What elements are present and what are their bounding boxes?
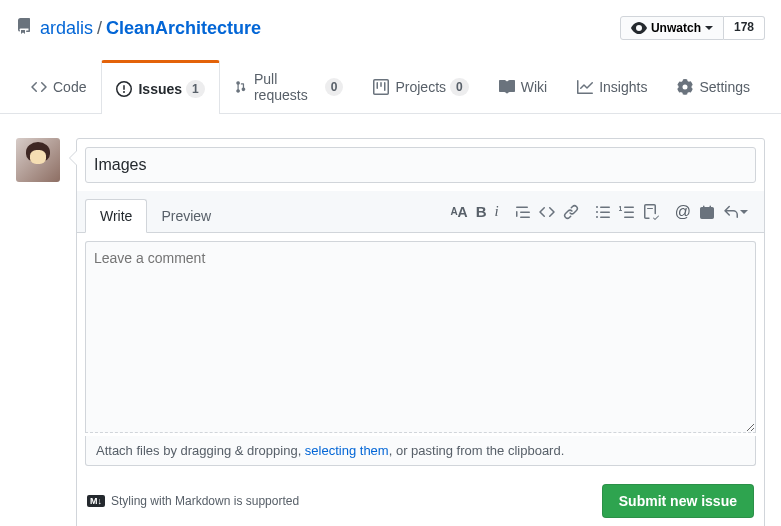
issues-count: 1 <box>186 80 205 98</box>
owner-link[interactable]: ardalis <box>40 18 93 39</box>
tab-projects[interactable]: Projects 0 <box>358 60 483 113</box>
issue-icon <box>116 81 132 97</box>
bold-icon[interactable]: B <box>476 203 487 221</box>
repo-header: ardalis / CleanArchitecture Unwatch 178 <box>0 0 781 40</box>
attach-hint[interactable]: Attach files by dragging & dropping, sel… <box>85 436 756 466</box>
main-content: Write Preview AA B i <box>0 114 781 526</box>
tab-label: Settings <box>699 79 750 95</box>
projects-count: 0 <box>450 78 469 96</box>
attach-text: , or pasting from the clipboard. <box>389 443 565 458</box>
bullet-list-icon[interactable] <box>595 203 611 221</box>
tab-label: Insights <box>599 79 647 95</box>
breadcrumb: ardalis / CleanArchitecture <box>16 18 620 39</box>
form-footer: M↓ Styling with Markdown is supported Su… <box>77 474 764 526</box>
italic-icon[interactable]: i <box>495 203 499 221</box>
quote-icon[interactable] <box>515 203 531 221</box>
tab-label: Pull requests <box>254 71 321 103</box>
write-tab[interactable]: Write <box>85 199 147 233</box>
code-icon[interactable] <box>539 203 555 221</box>
issue-form: Write Preview AA B i <box>76 138 765 526</box>
repo-tabs: Code Issues 1 Pull requests 0 Projects 0… <box>0 60 781 114</box>
pulls-count: 0 <box>325 78 344 96</box>
tab-label: Wiki <box>521 79 547 95</box>
repo-link[interactable]: CleanArchitecture <box>106 18 261 39</box>
submit-issue-button[interactable]: Submit new issue <box>602 484 754 518</box>
code-icon <box>31 79 47 95</box>
markdown-icon: M↓ <box>87 495 105 507</box>
attach-link[interactable]: selecting them <box>305 443 389 458</box>
tab-code[interactable]: Code <box>16 60 101 113</box>
markdown-hint[interactable]: M↓ Styling with Markdown is supported <box>87 494 299 508</box>
body-area: Attach files by dragging & dropping, sel… <box>77 233 764 474</box>
tab-pull-requests[interactable]: Pull requests 0 <box>220 60 359 113</box>
book-icon <box>499 79 515 95</box>
avatar[interactable] <box>16 138 60 182</box>
watch-label: Unwatch <box>651 21 701 35</box>
issue-body-input[interactable] <box>85 241 756 433</box>
repo-icon <box>16 18 32 39</box>
issue-title-input[interactable] <box>85 147 756 183</box>
caret-down-icon <box>705 26 713 30</box>
tab-issues[interactable]: Issues 1 <box>101 60 219 114</box>
tab-settings[interactable]: Settings <box>662 60 765 113</box>
watch-group: Unwatch 178 <box>620 16 765 40</box>
project-icon <box>373 79 389 95</box>
eye-icon <box>631 20 647 36</box>
attach-text: Attach files by dragging & dropping, <box>96 443 305 458</box>
saved-reply-icon[interactable] <box>699 203 715 221</box>
tab-insights[interactable]: Insights <box>562 60 662 113</box>
gear-icon <box>677 79 693 95</box>
reply-icon[interactable] <box>723 203 748 221</box>
task-list-icon[interactable] <box>643 203 659 221</box>
tab-label: Code <box>53 79 86 95</box>
tab-wiki[interactable]: Wiki <box>484 60 562 113</box>
preview-tab[interactable]: Preview <box>147 200 225 232</box>
tab-label: Projects <box>395 79 446 95</box>
heading-icon[interactable]: AA <box>450 203 467 221</box>
markdown-text: Styling with Markdown is supported <box>111 494 299 508</box>
comment-header: Write Preview AA B i <box>77 191 764 233</box>
path-separator: / <box>97 18 102 39</box>
unwatch-button[interactable]: Unwatch <box>620 16 724 40</box>
tab-label: Issues <box>138 81 182 97</box>
graph-icon <box>577 79 593 95</box>
link-icon[interactable] <box>563 203 579 221</box>
mention-icon[interactable]: @ <box>675 203 691 221</box>
number-list-icon[interactable] <box>619 203 635 221</box>
md-toolbar: AA B i @ <box>450 203 756 229</box>
watch-count[interactable]: 178 <box>724 16 765 40</box>
pull-request-icon <box>235 79 248 95</box>
